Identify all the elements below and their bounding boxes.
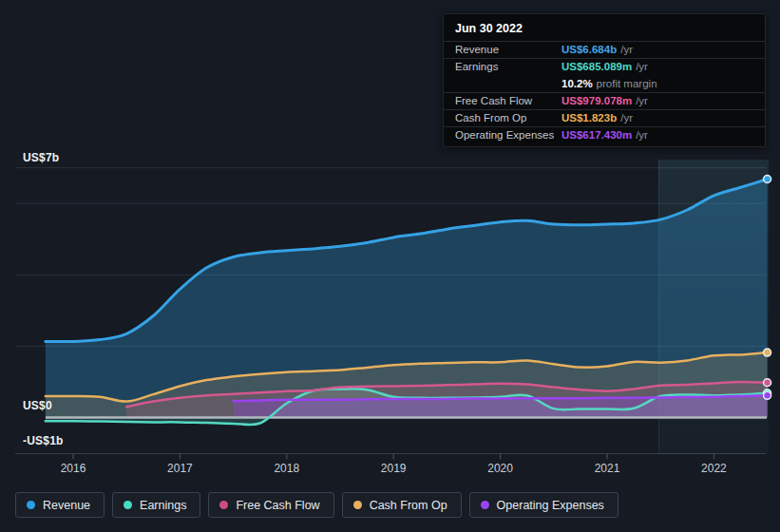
legend-item-operating-expenses[interactable]: Operating Expenses xyxy=(469,492,618,518)
x-axis-year-label-2017: 2017 xyxy=(167,462,193,475)
free-cash-flow-end-marker xyxy=(764,379,771,387)
legend-item-earnings[interactable]: Earnings xyxy=(112,492,200,518)
x-axis-year-label-2022: 2022 xyxy=(701,462,727,475)
tooltip-row-operating-expenses: Operating ExpensesUS$617.430m/yr xyxy=(444,126,765,143)
x-axis-year-label-2020: 2020 xyxy=(487,462,513,475)
x-axis-year-label-2019: 2019 xyxy=(381,462,407,475)
tooltip-row-value: US$617.430m xyxy=(561,127,632,143)
tooltip-row-label: Revenue xyxy=(455,42,561,58)
operating-expenses-end-marker xyxy=(764,391,771,399)
cash-from-op-end-marker xyxy=(764,349,771,356)
tooltip-row-value: US$6.684b xyxy=(561,42,617,58)
revenue-end-marker xyxy=(764,176,771,183)
tooltip-row-suffix: profit margin xyxy=(597,76,657,92)
tooltip-row-value: US$685.089m xyxy=(561,59,632,75)
legend-item-revenue[interactable]: Revenue xyxy=(15,492,105,518)
series-color-dot-icon xyxy=(353,501,362,509)
series-color-dot-icon xyxy=(124,501,132,509)
tooltip-row-cash-from-op: Cash From OpUS$1.823b/yr xyxy=(444,109,765,126)
x-axis-year-label-2018: 2018 xyxy=(274,462,299,475)
legend-item-label: Cash From Op xyxy=(370,499,447,512)
legend-item-free-cash-flow[interactable]: Free Cash Flow xyxy=(208,492,333,518)
tooltip-row-revenue: RevenueUS$6.684b/yr xyxy=(444,41,765,58)
legend-item-label: Revenue xyxy=(43,499,90,512)
x-axis-year-label-2021: 2021 xyxy=(595,462,620,475)
tooltip-rows: RevenueUS$6.684b/yrEarningsUS$685.089m/y… xyxy=(444,41,765,144)
tooltip-row-suffix: /yr xyxy=(620,42,633,58)
y-axis-label-neg1b: -US$1b xyxy=(23,434,64,447)
series-color-dot-icon xyxy=(481,501,489,509)
tooltip-row-suffix: /yr xyxy=(620,110,633,126)
legend-item-label: Operating Expenses xyxy=(497,499,604,512)
tooltip-date: Jun 30 2022 xyxy=(444,14,765,41)
tooltip-card: Jun 30 2022 RevenueUS$6.684b/yrEarningsU… xyxy=(443,13,766,147)
tooltip-row-suffix: /yr xyxy=(636,59,648,75)
tooltip-row-value: 10.2% xyxy=(561,76,593,92)
tooltip-row-label: Operating Expenses xyxy=(455,127,561,143)
chart-legend: RevenueEarningsFree Cash FlowCash From O… xyxy=(15,492,618,518)
tooltip-row-suffix: /yr xyxy=(636,127,648,143)
tooltip-row-value: US$979.078m xyxy=(561,93,632,109)
series-color-dot-icon xyxy=(219,501,228,509)
x-axis-year-label-2016: 2016 xyxy=(61,462,86,475)
y-axis-label-7b: US$7b xyxy=(23,151,59,164)
tooltip-row-value: US$1.823b xyxy=(561,110,617,126)
legend-item-label: Free Cash Flow xyxy=(236,499,319,512)
tooltip-row-label: Cash From Op xyxy=(455,110,561,126)
tooltip-row-suffix: /yr xyxy=(636,93,648,109)
series-color-dot-icon xyxy=(27,501,35,509)
tooltip-row-label: Earnings xyxy=(455,59,561,75)
tooltip-row-free-cash-flow: Free Cash FlowUS$979.078m/yr xyxy=(444,92,765,109)
legend-item-cash-from-op[interactable]: Cash From Op xyxy=(342,492,462,518)
tooltip-row-profit-margin: 10.2%profit margin xyxy=(444,76,765,92)
tooltip-row-label: Free Cash Flow xyxy=(455,93,561,109)
tooltip-row-earnings: EarningsUS$685.089m/yr xyxy=(444,58,765,75)
legend-item-label: Earnings xyxy=(140,499,186,512)
y-axis-label-zero: US$0 xyxy=(23,399,52,412)
